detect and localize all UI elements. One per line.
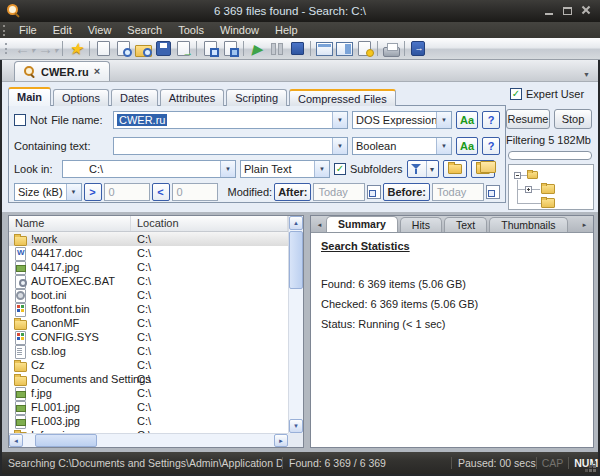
- toggle-preview-button[interactable]: [334, 39, 354, 59]
- tab-list-dropdown-icon[interactable]: [583, 67, 590, 79]
- table-row[interactable]: Documents and SettingsC:\: [9, 372, 288, 386]
- scroll-right-icon[interactable]: [274, 434, 288, 447]
- tab-text[interactable]: Text: [444, 217, 487, 232]
- filter-button[interactable]: [407, 160, 439, 178]
- folder-list-button[interactable]: [471, 160, 495, 178]
- close-button[interactable]: [579, 3, 594, 18]
- scroll-down-icon[interactable]: [289, 419, 303, 433]
- export-button[interactable]: [173, 39, 193, 59]
- tab-hits[interactable]: Hits: [400, 217, 442, 232]
- open-button[interactable]: [133, 39, 153, 59]
- expert-user-option[interactable]: Expert User: [510, 88, 584, 100]
- stop-search-button[interactable]: [287, 39, 307, 59]
- after-button[interactable]: After:: [274, 183, 311, 201]
- exit-button[interactable]: [408, 39, 428, 59]
- before-button[interactable]: Before:: [383, 183, 430, 201]
- calendar-picker-icon[interactable]: [367, 185, 381, 199]
- menu-help[interactable]: Help: [267, 23, 306, 37]
- tab-summary[interactable]: Summary: [326, 216, 398, 232]
- table-row[interactable]: CanonMFC:\: [9, 316, 288, 330]
- column-header-name[interactable]: Name: [9, 216, 131, 231]
- table-row[interactable]: 04417.docC:\: [9, 246, 288, 260]
- table-row[interactable]: f.jpgC:\: [9, 386, 288, 400]
- document-tab[interactable]: CWER.ru ×: [14, 61, 110, 81]
- resize-grip[interactable]: [593, 469, 596, 472]
- browse-folder-button[interactable]: [443, 160, 467, 178]
- help-button[interactable]: ?: [482, 111, 500, 129]
- table-row[interactable]: !workC:\: [9, 232, 288, 246]
- column-header-location[interactable]: Location: [131, 216, 288, 231]
- size-min-input[interactable]: 0: [104, 183, 150, 201]
- tab-scroll-left-icon[interactable]: [313, 217, 326, 232]
- table-row[interactable]: FL003.jpgC:\: [9, 414, 288, 428]
- menu-view[interactable]: View: [80, 23, 120, 37]
- match-case-button[interactable]: Aa: [456, 137, 478, 155]
- chevron-down-icon[interactable]: [436, 112, 451, 128]
- favorites-button[interactable]: [66, 39, 86, 59]
- size-unit-select[interactable]: Size (kB): [14, 183, 82, 201]
- table-row[interactable]: CzC:\: [9, 358, 288, 372]
- chevron-down-icon[interactable]: [332, 138, 347, 154]
- new-search-button[interactable]: [93, 39, 113, 59]
- toggle-sidebar-button[interactable]: [314, 39, 334, 59]
- chevron-down-icon[interactable]: [436, 138, 451, 154]
- subfolders-checkbox[interactable]: [334, 163, 346, 175]
- containing-text-mode-select[interactable]: Boolean: [352, 137, 452, 155]
- vertical-scrollbar[interactable]: [288, 216, 303, 433]
- chevron-down-icon[interactable]: [220, 161, 235, 177]
- forward-button[interactable]: [36, 39, 59, 59]
- filter-dropdown-icon[interactable]: [426, 161, 438, 177]
- report-options-button[interactable]: [354, 39, 374, 59]
- size-less-button[interactable]: <: [152, 183, 170, 201]
- chevron-down-icon[interactable]: [66, 184, 81, 200]
- table-row[interactable]: boot.iniC:\: [9, 288, 288, 302]
- table-row[interactable]: Bootfont.binC:\: [9, 302, 288, 316]
- scrollbar-thumb[interactable]: [289, 231, 303, 289]
- minimize-button[interactable]: [541, 3, 556, 18]
- before-date-input[interactable]: Today: [432, 183, 484, 201]
- menu-file[interactable]: File: [11, 23, 45, 37]
- back-button[interactable]: [13, 39, 36, 59]
- tab-thumbnails[interactable]: Thumbnails: [489, 217, 567, 232]
- table-row[interactable]: AUTOEXEC.BATC:\: [9, 274, 288, 288]
- maximize-button[interactable]: [560, 3, 575, 18]
- match-case-button[interactable]: Aa: [456, 111, 478, 129]
- containing-text-input[interactable]: [113, 137, 348, 155]
- table-row[interactable]: CONFIG.SYSC:\: [9, 330, 288, 344]
- tab-attributes[interactable]: Attributes: [160, 89, 224, 106]
- scrollbar-thumb[interactable]: [35, 434, 97, 447]
- size-max-input[interactable]: 0: [172, 183, 218, 201]
- not-checkbox[interactable]: [14, 114, 26, 126]
- print-button[interactable]: [381, 39, 401, 59]
- chevron-down-icon[interactable]: [314, 161, 329, 177]
- view-results-button[interactable]: [113, 39, 133, 59]
- menu-search[interactable]: Search: [119, 23, 170, 37]
- file-name-input[interactable]: CWER.ru: [113, 111, 348, 129]
- menu-edit[interactable]: Edit: [45, 23, 80, 37]
- table-row[interactable]: 04417.jpgC:\: [9, 260, 288, 274]
- tab-dates[interactable]: Dates: [111, 89, 158, 106]
- start-search-button[interactable]: [247, 39, 267, 59]
- tab-options[interactable]: Options: [53, 89, 109, 106]
- look-in-mode-select[interactable]: Plain Text: [240, 160, 330, 178]
- horizontal-scrollbar[interactable]: [9, 433, 288, 447]
- stop-button[interactable]: Stop: [554, 109, 592, 129]
- help-button[interactable]: ?: [482, 137, 500, 155]
- find-image-button[interactable]: [220, 39, 240, 59]
- pause-search-button[interactable]: [267, 39, 287, 59]
- tab-main[interactable]: Main: [8, 87, 51, 106]
- tab-close-icon[interactable]: ×: [94, 66, 100, 77]
- after-date-input[interactable]: Today: [313, 183, 365, 201]
- menu-tools[interactable]: Tools: [170, 23, 212, 37]
- size-greater-button[interactable]: >: [84, 183, 102, 201]
- resume-button[interactable]: Resume: [506, 109, 550, 129]
- find-text-button[interactable]: [200, 39, 220, 59]
- tab-scroll-right-icon[interactable]: [578, 217, 591, 232]
- look-in-input[interactable]: C:\: [62, 160, 236, 178]
- menu-window[interactable]: Window: [212, 23, 267, 37]
- tab-scripting[interactable]: Scripting: [226, 89, 287, 106]
- table-row[interactable]: csb.logC:\: [9, 344, 288, 358]
- scroll-left-icon[interactable]: [9, 434, 23, 447]
- chevron-down-icon[interactable]: [332, 112, 347, 128]
- scroll-up-icon[interactable]: [289, 216, 303, 230]
